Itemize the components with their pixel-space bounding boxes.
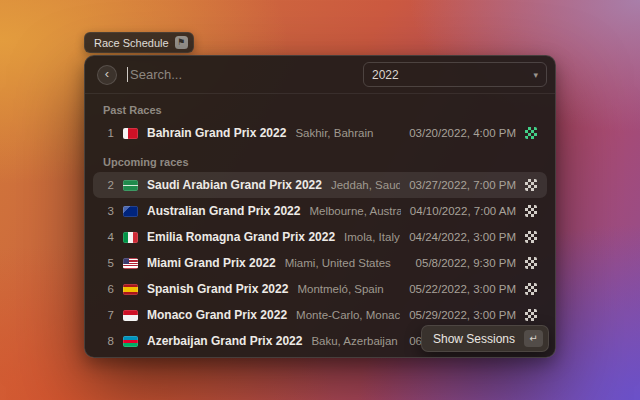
race-datetime: 04/10/2022, 7:00 AM [410, 205, 516, 217]
race-datetime: 05/29/2022, 3:00 PM [409, 309, 516, 321]
race-row-spain[interactable]: 6 Spanish Grand Prix 2022 Montmeló, Spai… [93, 276, 547, 302]
show-sessions-button[interactable]: Show Sessions ↵ [421, 325, 549, 352]
race-datetime: 03/20/2022, 4:00 PM [409, 127, 516, 139]
season-dropdown-value: 2022 [372, 68, 399, 82]
race-location: Monte-Carlo, Monaco [296, 309, 400, 321]
race-title: Monaco Grand Prix 2022 [147, 308, 287, 322]
race-index: 3 [103, 205, 114, 217]
race-row-australia[interactable]: 3 Australian Grand Prix 2022 Melbourne, … [93, 198, 547, 224]
race-title: Australian Grand Prix 2022 [147, 204, 300, 218]
chevron-down-icon: ▾ [533, 70, 538, 80]
season-dropdown[interactable]: 2022 ▾ [363, 62, 547, 87]
race-index: 4 [103, 231, 114, 243]
race-title: Bahrain Grand Prix 2022 [147, 126, 286, 140]
race-index: 7 [103, 309, 114, 321]
race-row-emilia-romagna[interactable]: 4 Emilia Romagna Grand Prix 2022 Imola, … [93, 224, 547, 250]
race-location: Miami, United States [285, 257, 407, 269]
race-title: Azerbaijan Grand Prix 2022 [147, 334, 302, 348]
race-index: 5 [103, 257, 114, 269]
extension-badge-icon: ⚑ [175, 36, 188, 49]
race-location: Montmeló, Spain [297, 283, 400, 295]
race-index: 2 [103, 179, 114, 191]
checkered-flag-icon [525, 231, 537, 243]
race-location: Sakhir, Bahrain [295, 127, 400, 139]
race-schedule-tag[interactable]: Race Schedule ⚑ [84, 32, 194, 53]
italy-flag-icon [123, 232, 138, 243]
race-row-saudi-arabia[interactable]: 2 Saudi Arabian Grand Prix 2022 Jeddah, … [93, 172, 547, 198]
race-datetime: 04/24/2022, 3:00 PM [409, 231, 516, 243]
race-datetime: 03/27/2022, 7:00 PM [409, 179, 516, 191]
usa-flag-icon [123, 258, 138, 269]
race-title: Spanish Grand Prix 2022 [147, 282, 288, 296]
race-row-canada[interactable]: 9 Canadian Grand Prix 2022 Montreal, Can… [93, 354, 547, 358]
section-upcoming-races: Upcoming races [103, 156, 537, 168]
section-past-races: Past Races [103, 104, 537, 116]
checkered-flag-icon [525, 309, 537, 321]
monaco-flag-icon [123, 310, 138, 321]
race-datetime: 05/22/2022, 3:00 PM [409, 283, 516, 295]
race-row-bahrain[interactable]: 1 Bahrain Grand Prix 2022 Sakhir, Bahrai… [93, 120, 547, 146]
show-sessions-label: Show Sessions [433, 332, 515, 346]
checkered-flag-icon [525, 283, 537, 295]
race-schedule-window: ‹ 2022 ▾ Past Races 1 Bahrain Grand Prix… [84, 55, 556, 358]
azerbaijan-flag-icon [123, 336, 138, 347]
checkered-flag-icon [525, 257, 537, 269]
race-location: Imola, Italy [344, 231, 400, 243]
race-schedule-tag-label: Race Schedule [94, 37, 169, 49]
race-index: 8 [103, 335, 114, 347]
checkered-flag-icon [525, 179, 537, 191]
race-row-miami[interactable]: 5 Miami Grand Prix 2022 Miami, United St… [93, 250, 547, 276]
race-title: Saudi Arabian Grand Prix 2022 [147, 178, 322, 192]
race-title: Miami Grand Prix 2022 [147, 256, 276, 270]
bahrain-flag-icon [123, 128, 138, 139]
search-input[interactable] [127, 67, 353, 82]
saudi-arabia-flag-icon [123, 180, 138, 191]
race-location: Jeddah, Saudi Arabia [331, 179, 400, 191]
race-title: Emilia Romagna Grand Prix 2022 [147, 230, 335, 244]
back-button[interactable]: ‹ [97, 65, 117, 85]
race-index: 6 [103, 283, 114, 295]
race-datetime: 05/8/2022, 9:30 PM [416, 257, 516, 269]
race-index: 1 [103, 127, 114, 139]
checkered-flag-icon [525, 127, 537, 139]
race-location: Melbourne, Australia [309, 205, 400, 217]
enter-key-icon: ↵ [524, 330, 543, 347]
australia-flag-icon [123, 206, 138, 217]
checkered-flag-icon [525, 205, 537, 217]
search-header: ‹ 2022 ▾ [85, 56, 555, 94]
race-location: Baku, Azerbaijan [311, 335, 400, 347]
spain-flag-icon [123, 284, 138, 295]
